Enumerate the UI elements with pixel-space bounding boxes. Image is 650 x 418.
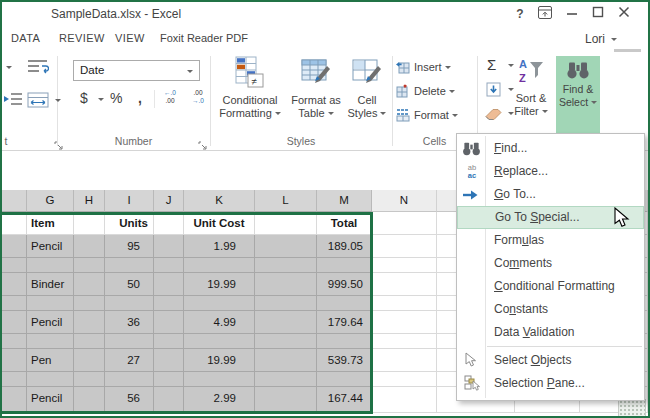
currency-dropdown-icon[interactable]: [98, 98, 104, 104]
cell[interactable]: [255, 311, 317, 334]
cell[interactable]: [372, 349, 437, 372]
menu-item-go-to[interactable]: Go To...: [457, 183, 644, 206]
cell[interactable]: [184, 296, 255, 311]
cell[interactable]: [372, 311, 437, 334]
help-icon[interactable]: ?: [511, 6, 529, 22]
cell[interactable]: [74, 349, 105, 372]
cell-total[interactable]: 179.64: [317, 311, 372, 334]
menu-item-replace[interactable]: ab ac Replace...: [457, 160, 644, 183]
column-header[interactable]: [2, 190, 27, 212]
column-header-m[interactable]: M: [317, 190, 372, 212]
cell-total-header[interactable]: Total: [317, 212, 372, 235]
cell-units-header[interactable]: Units: [105, 212, 154, 235]
cell[interactable]: [154, 334, 184, 349]
cell[interactable]: [74, 334, 105, 349]
cell-unit-cost[interactable]: 1.99: [184, 235, 255, 258]
cell[interactable]: [154, 296, 184, 311]
delete-button[interactable]: Delete: [396, 84, 455, 102]
cell[interactable]: [27, 372, 74, 387]
decrease-decimal-button[interactable]: .00 →.0: [185, 89, 211, 105]
cell[interactable]: [317, 296, 372, 311]
cell-item[interactable]: Pencil: [27, 387, 74, 413]
menu-item-select-objects[interactable]: Select Objects: [457, 349, 644, 372]
cell[interactable]: [27, 258, 74, 273]
cell[interactable]: [154, 372, 184, 387]
cell[interactable]: [372, 258, 437, 273]
cell[interactable]: [154, 349, 184, 372]
cell[interactable]: [74, 311, 105, 334]
conditional-formatting-button[interactable]: ≠ ConditionalFormatting: [212, 56, 288, 120]
cell[interactable]: [255, 258, 317, 273]
cell-total[interactable]: 999.50: [317, 273, 372, 296]
cell[interactable]: [645, 273, 648, 296]
cell-units[interactable]: 50: [105, 273, 154, 296]
cell[interactable]: [255, 212, 317, 235]
cell[interactable]: [74, 258, 105, 273]
cell[interactable]: [645, 296, 648, 311]
cell[interactable]: [154, 387, 184, 413]
cell[interactable]: [645, 349, 648, 372]
cell-total[interactable]: 167.44: [317, 387, 372, 413]
cell[interactable]: [372, 212, 437, 235]
menu-item-conditional-formatting[interactable]: Conditional Formatting: [457, 275, 644, 298]
minimize-button[interactable]: [563, 6, 581, 22]
tab-view[interactable]: VIEW: [115, 32, 145, 44]
cell[interactable]: [74, 235, 105, 258]
cell[interactable]: [645, 334, 648, 349]
format-as-table-button[interactable]: Format asTable: [286, 56, 346, 120]
menu-item-constants[interactable]: Constants: [457, 298, 644, 321]
cell[interactable]: [372, 235, 437, 258]
cell[interactable]: [2, 273, 27, 296]
percent-format-button[interactable]: %: [110, 90, 122, 106]
clear-button[interactable]: [485, 107, 502, 125]
cell-unit-cost[interactable]: 19.99: [184, 349, 255, 372]
cell[interactable]: [255, 372, 317, 387]
cell-units[interactable]: 27: [105, 349, 154, 372]
cell[interactable]: [255, 235, 317, 258]
cell[interactable]: [255, 334, 317, 349]
find-select-button[interactable]: Find &Select: [556, 56, 600, 133]
cell[interactable]: [154, 212, 184, 235]
cell-styles-button[interactable]: CellStyles: [344, 56, 390, 120]
cell[interactable]: [184, 258, 255, 273]
menu-item-find[interactable]: Find...: [457, 137, 644, 160]
cell[interactable]: [154, 258, 184, 273]
cell-unit-cost-header[interactable]: Unit Cost: [184, 212, 255, 235]
cell-total[interactable]: 189.05: [317, 235, 372, 258]
autosum-button[interactable]: Σ: [487, 56, 496, 73]
cell-unit-cost[interactable]: 19.99: [184, 273, 255, 296]
cell-total[interactable]: 539.73: [317, 349, 372, 372]
column-header-j[interactable]: J: [154, 190, 184, 212]
cell[interactable]: [27, 296, 74, 311]
cell-units[interactable]: 95: [105, 235, 154, 258]
cell[interactable]: [105, 258, 154, 273]
increase-decimal-button[interactable]: ←.0 .00: [157, 89, 183, 105]
column-header-k[interactable]: K: [184, 190, 255, 212]
cell-item[interactable]: Binder: [27, 273, 74, 296]
cell[interactable]: [105, 372, 154, 387]
tab-foxit-reader-pdf[interactable]: Foxit Reader PDF: [160, 32, 248, 44]
user-name[interactable]: Lori: [585, 32, 605, 46]
cell-item[interactable]: Pen: [27, 349, 74, 372]
cell[interactable]: [645, 372, 648, 387]
cell[interactable]: [255, 387, 317, 413]
scrollbar-corner[interactable]: [618, 399, 646, 417]
number-format-combobox[interactable]: Date: [73, 60, 200, 81]
tab-review[interactable]: REVIEW: [59, 32, 105, 44]
maximize-button[interactable]: [589, 6, 607, 22]
cell[interactable]: [2, 311, 27, 334]
clipped-dropdown-icon[interactable]: [6, 66, 12, 72]
cell[interactable]: [154, 311, 184, 334]
cell[interactable]: [184, 372, 255, 387]
format-button[interactable]: Format: [396, 108, 458, 126]
menu-item-comments[interactable]: Comments: [457, 252, 644, 275]
merge-dropdown-icon[interactable]: [55, 99, 61, 105]
cell[interactable]: [74, 273, 105, 296]
cell[interactable]: [372, 334, 437, 349]
menu-item-data-validation[interactable]: Data Validation: [457, 321, 644, 344]
column-header-g[interactable]: G: [27, 190, 74, 212]
insert-button[interactable]: Insert: [396, 60, 451, 78]
cell[interactable]: [2, 296, 27, 311]
cell[interactable]: [645, 258, 648, 273]
cell[interactable]: [105, 296, 154, 311]
